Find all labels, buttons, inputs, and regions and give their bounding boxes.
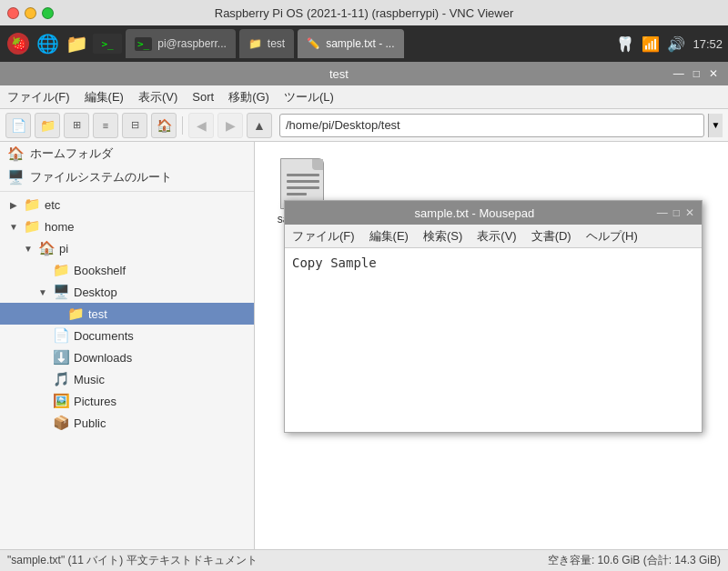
maximize-button[interactable]	[42, 7, 54, 19]
public-folder-icon: 📦	[53, 415, 70, 431]
open-folder-button[interactable]: 📁	[35, 113, 60, 138]
fm-maximize-button[interactable]: □	[691, 67, 703, 80]
tab-editor-label: sample.txt - ...	[326, 37, 394, 50]
test-folder-icon: 📁	[67, 306, 85, 322]
fm-menu-sort[interactable]: Sort	[192, 90, 214, 104]
pi-folder-icon: 🏠	[38, 240, 56, 256]
fm-window-controls[interactable]: — □ ✕	[671, 67, 721, 80]
address-bar-container: /home/pi/Desktop/test	[279, 114, 704, 137]
expand-etc-icon: ▶	[7, 200, 20, 210]
mp-minimize-button[interactable]: —	[657, 206, 668, 219]
taskbar: 🍓 🌐 📁 >_ >_ pi@raspberr... 📁 test ✏️ sam…	[0, 25, 728, 62]
fm-menu-edit[interactable]: 編集(E)	[85, 89, 124, 105]
tree-label-bookshelf: Bookshelf	[74, 264, 126, 277]
fm-minimize-button[interactable]: —	[671, 67, 687, 80]
tab-terminal-icon: >_	[135, 37, 152, 51]
txt-line-1	[287, 174, 319, 176]
tab-editor[interactable]: ✏️ sample.txt - ...	[298, 29, 403, 58]
address-dropdown-button[interactable]: ▼	[708, 114, 723, 137]
forward-button[interactable]: ▶	[217, 113, 243, 138]
downloads-folder-icon: ⬇️	[53, 349, 70, 366]
raspi-logo-icon[interactable]: 🍓	[5, 31, 31, 56]
mp-close-button[interactable]: ✕	[685, 206, 694, 219]
sidebar-item-home[interactable]: 🏠 ホームフォルダ	[0, 142, 254, 165]
txt-line-4	[287, 193, 307, 195]
tree-label-music: Music	[74, 373, 105, 386]
tab-terminal[interactable]: >_ pi@raspberr...	[126, 29, 236, 58]
tree-item-etc[interactable]: ▶ 📁 etc	[0, 194, 254, 215]
wifi-icon: 📶	[642, 35, 660, 53]
fm-menu-view[interactable]: 表示(V)	[138, 89, 177, 105]
filesystem-icon: 🖥️	[7, 169, 25, 185]
close-button[interactable]	[7, 7, 19, 19]
fm-menu-file[interactable]: ファイル(F)	[7, 89, 70, 105]
view-details-button[interactable]: ⊟	[122, 113, 147, 138]
tree-item-music[interactable]: ▶ 🎵 Music	[0, 368, 254, 390]
tree-label-pictures: Pictures	[74, 395, 116, 408]
fm-menubar: ファイル(F) 編集(E) 表示(V) Sort 移動(G) ツール(L)	[0, 85, 728, 109]
tree-item-test[interactable]: ▶ 📁 test	[0, 303, 254, 325]
mp-maximize-button[interactable]: □	[673, 206, 680, 219]
txt-line-2	[287, 180, 319, 183]
documents-folder-icon: 📄	[53, 327, 70, 344]
clock: 17:52	[693, 37, 723, 51]
mp-window-controls[interactable]: — □ ✕	[657, 206, 694, 219]
terminal-icon[interactable]: >_	[93, 34, 122, 54]
sidebar-home-label: ホームフォルダ	[30, 145, 113, 162]
sidebar-filesystem-label: ファイルシステムのルート	[30, 169, 172, 185]
mp-menu-doc[interactable]: 文書(D)	[531, 228, 571, 245]
statusbar-left: "sample.txt" (11 バイト) 平文テキストドキュメント	[7, 553, 258, 568]
tree-item-downloads[interactable]: ▶ ⬇️ Downloads	[0, 346, 254, 368]
view-list-button[interactable]: ≡	[93, 113, 118, 138]
new-folder-button[interactable]: 📄	[5, 113, 31, 138]
fm-close-button[interactable]: ✕	[706, 67, 721, 80]
tree-item-documents[interactable]: ▶ 📄 Documents	[0, 325, 254, 346]
tree-item-bookshelf[interactable]: ▶ 📁 Bookshelf	[0, 259, 254, 281]
fm-menu-tools[interactable]: ツール(L)	[284, 89, 334, 105]
fm-titlebar: test — □ ✕	[0, 62, 728, 85]
mp-menu-view[interactable]: 表示(V)	[477, 228, 516, 245]
fm-statusbar: "sample.txt" (11 バイト) 平文テキストドキュメント 空き容量:…	[0, 549, 728, 571]
tab-folder-label: test	[268, 37, 285, 50]
tree-item-pi[interactable]: ▼ 🏠 pi	[0, 237, 254, 259]
pictures-folder-icon: 🖼️	[53, 393, 70, 409]
home-icon: 🏠	[7, 145, 25, 162]
fm-title-text: test	[7, 67, 671, 81]
tree-item-desktop[interactable]: ▼ 🖥️ Desktop	[0, 281, 254, 303]
mousepad-window: sample.txt - Mousepad — □ ✕ ファイル(F) 編集(E…	[284, 200, 703, 433]
tree-label-downloads: Downloads	[74, 351, 132, 365]
txt-line-3	[287, 186, 319, 189]
taskbar-right: 🦷 📶 🔊 17:52	[616, 35, 723, 53]
minimize-button[interactable]	[25, 7, 36, 19]
fm-menu-go[interactable]: 移動(G)	[228, 89, 269, 105]
tree-label-public: Public	[74, 416, 106, 430]
fm-toolbar: 📄 📁 ⊞ ≡ ⊟ 🏠 ◀ ▶ ▲ /home/pi/Desktop/test …	[0, 109, 728, 142]
sidebar-separator	[0, 191, 254, 192]
sidebar-item-filesystem[interactable]: 🖥️ ファイルシステムのルート	[0, 165, 254, 189]
folder-icon[interactable]: 📁	[64, 31, 89, 56]
mp-menu-edit[interactable]: 編集(E)	[369, 228, 409, 245]
mp-menu-search[interactable]: 検索(S)	[423, 228, 462, 245]
mp-text-editor[interactable]	[285, 248, 702, 432]
view-toggle-button[interactable]: ⊞	[64, 113, 89, 138]
desktop-folder-icon: 🖥️	[53, 284, 70, 300]
tree-item-public[interactable]: ▶ 📦 Public	[0, 412, 254, 434]
tab-folder[interactable]: 📁 test	[239, 29, 294, 58]
etc-folder-icon: 📁	[24, 196, 41, 213]
expand-desktop-icon: ▼	[36, 287, 49, 297]
tree-item-pictures[interactable]: ▶ 🖼️ Pictures	[0, 390, 254, 412]
expand-home-icon: ▼	[7, 222, 20, 232]
browser-icon[interactable]: 🌐	[35, 31, 60, 56]
home-nav-button[interactable]: 🏠	[151, 113, 177, 138]
up-button[interactable]: ▲	[247, 113, 272, 138]
tree-item-home[interactable]: ▼ 📁 home	[0, 215, 254, 237]
mp-menu-file[interactable]: ファイル(F)	[292, 228, 355, 245]
music-folder-icon: 🎵	[53, 371, 70, 387]
mp-title-text: sample.txt - Mousepad	[292, 206, 657, 220]
back-button[interactable]: ◀	[188, 113, 214, 138]
window-controls[interactable]	[7, 7, 54, 19]
mp-menu-help[interactable]: ヘルプ(H)	[586, 228, 638, 245]
tree-label-test: test	[88, 307, 107, 321]
bluetooth-icon: 🦷	[616, 35, 634, 53]
tab-editor-icon: ✏️	[307, 37, 320, 50]
